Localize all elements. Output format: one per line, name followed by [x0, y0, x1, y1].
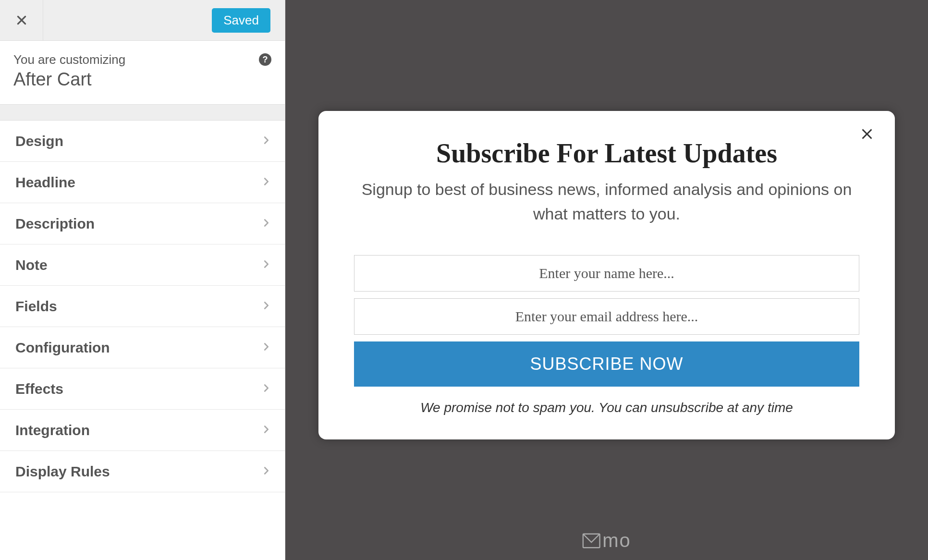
close-icon [15, 14, 28, 26]
menu-item-integration[interactable]: Integration [0, 410, 285, 451]
menu-item-design[interactable]: Design [0, 121, 285, 162]
modal-close-button[interactable] [858, 125, 876, 145]
context-label: You are customizing [13, 52, 271, 67]
modal-description: Signup to best of business news, informe… [349, 177, 864, 226]
menu-item-label: Design [15, 133, 63, 149]
close-icon [858, 125, 876, 143]
section-gap [0, 104, 285, 121]
brand-text: mo [602, 530, 631, 551]
menu-item-fields[interactable]: Fields [0, 286, 285, 327]
subscribe-button[interactable]: SUBSCRIBE NOW [354, 341, 859, 387]
modal-note: We promise not to spam you. You can unsu… [349, 400, 864, 415]
context-header: You are customizing After Cart ? [0, 41, 285, 104]
menu-item-label: Display Rules [15, 463, 110, 480]
context-title: After Cart [13, 69, 271, 90]
menu-item-configuration[interactable]: Configuration [0, 327, 285, 368]
brand-watermark: mo [582, 530, 631, 551]
chevron-right-icon [261, 218, 271, 230]
menu-item-label: Effects [15, 381, 63, 397]
menu-item-label: Note [15, 257, 48, 273]
menu-item-display-rules[interactable]: Display Rules [0, 451, 285, 492]
menu-item-headline[interactable]: Headline [0, 162, 285, 203]
menu-item-effects[interactable]: Effects [0, 368, 285, 410]
menu-item-label: Configuration [15, 340, 110, 356]
menu-item-note[interactable]: Note [0, 244, 285, 286]
email-input[interactable] [354, 298, 859, 335]
topbar: Saved [0, 0, 285, 41]
envelope-icon [582, 533, 600, 548]
close-button[interactable] [0, 0, 43, 41]
preview-pane: Subscribe For Latest Updates Signup to b… [285, 0, 928, 560]
menu-item-label: Fields [15, 298, 57, 315]
modal-title: Subscribe For Latest Updates [349, 138, 864, 169]
chevron-right-icon [261, 259, 271, 271]
menu-item-label: Headline [15, 174, 75, 191]
chevron-right-icon [261, 465, 271, 478]
menu-item-label: Description [15, 216, 95, 232]
modal-form: SUBSCRIBE NOW [349, 255, 864, 387]
help-icon[interactable]: ? [259, 53, 271, 66]
saved-button[interactable]: Saved [212, 8, 270, 33]
settings-menu: Design Headline Description Note Fields … [0, 121, 285, 560]
menu-item-label: Integration [15, 422, 90, 438]
chevron-right-icon [261, 176, 271, 189]
chevron-right-icon [261, 300, 271, 313]
customizer-sidebar: Saved You are customizing After Cart ? D… [0, 0, 285, 560]
chevron-right-icon [261, 424, 271, 437]
chevron-right-icon [261, 135, 271, 147]
chevron-right-icon [261, 341, 271, 354]
name-input[interactable] [354, 255, 859, 292]
chevron-right-icon [261, 383, 271, 395]
menu-item-description[interactable]: Description [0, 203, 285, 244]
subscribe-modal: Subscribe For Latest Updates Signup to b… [318, 111, 895, 439]
